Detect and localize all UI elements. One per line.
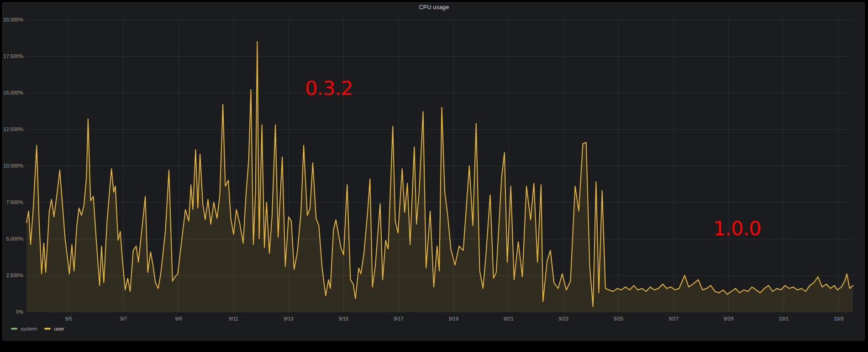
x-tick-label: 9/17 — [394, 316, 403, 321]
legend-item-system[interactable]: system — [11, 326, 37, 331]
system-series-swatch — [11, 328, 17, 330]
legend-label-system: system — [21, 326, 37, 331]
y-tick-label: 2.500% — [6, 273, 24, 278]
y-tick-label: 15.000% — [4, 90, 24, 95]
user-series-area — [26, 42, 853, 312]
cpu-usage-chart[interactable]: 0%2.500%5.000%7.500%10.000%12.500%15.000… — [0, 0, 868, 352]
chart-legend: system user — [11, 326, 64, 331]
x-tick-label: 9/23 — [559, 316, 568, 321]
x-tick-label: 9/25 — [614, 316, 623, 321]
user-series-swatch — [44, 328, 51, 330]
y-tick-label: 17.500% — [4, 53, 24, 59]
x-tick-label: 9/9 — [175, 316, 182, 321]
y-tick-label: 5.000% — [6, 236, 24, 242]
version-annotation-1-0-0: 1.0.0 — [713, 219, 761, 238]
x-tick-label: 9/7 — [120, 316, 127, 321]
y-tick-label: 10.000% — [4, 163, 24, 168]
version-annotation-0-3-2: 0.3.2 — [305, 79, 352, 98]
grafana-panel-page: CPU usage 0%2.500%5.000%7.500%10.000%12.… — [0, 0, 868, 352]
x-tick-label: 9/11 — [229, 316, 238, 321]
y-tick-label: 12.500% — [4, 126, 24, 132]
x-tick-label: 9/29 — [724, 316, 733, 321]
legend-label-user: user — [54, 326, 64, 331]
x-tick-label: 9/13 — [284, 316, 293, 321]
x-tick-label: 9/19 — [449, 316, 458, 321]
x-tick-label: 9/5 — [65, 316, 72, 321]
y-tick-label: 20.000% — [4, 17, 24, 22]
x-tick-label: 9/21 — [504, 316, 513, 321]
x-tick-label: 9/15 — [339, 316, 348, 321]
y-tick-label: 0% — [16, 309, 23, 315]
x-tick-label: 10/3 — [834, 316, 843, 321]
x-tick-label: 10/1 — [779, 316, 788, 321]
y-tick-label: 7.500% — [6, 200, 24, 205]
legend-item-user[interactable]: user — [44, 326, 64, 331]
x-tick-label: 9/27 — [669, 316, 679, 321]
